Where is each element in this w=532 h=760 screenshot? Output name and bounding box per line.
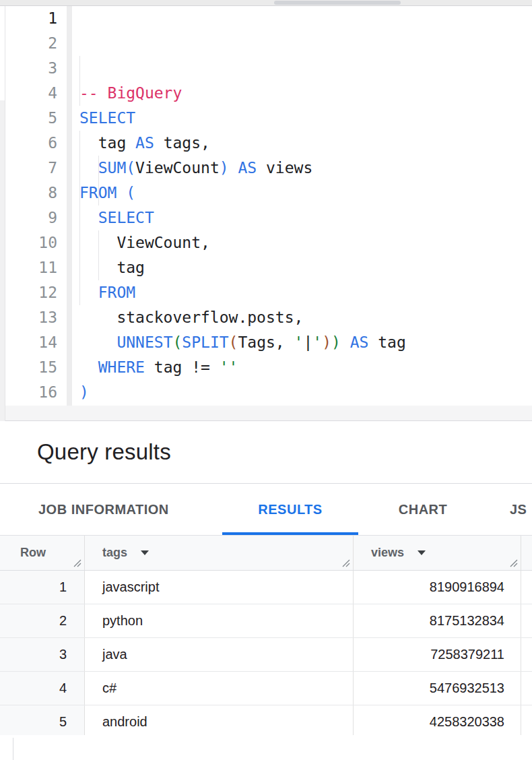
code-line[interactable]: 13 ) [0, 305, 532, 330]
line-number: 8 [0, 181, 57, 205]
tab-json-label: JS [510, 502, 527, 517]
code-line[interactable]: 10 stackoverflow.posts, [0, 230, 532, 255]
table-header-row: Row tags views [0, 536, 532, 571]
line-number: 10 [0, 230, 57, 255]
code-line[interactable]: 8 tag [0, 181, 532, 205]
views-cell: 7258379211 [354, 638, 521, 671]
tags-column-label: tags [102, 546, 127, 560]
pane-divider[interactable] [0, 406, 532, 421]
line-number: 13 [0, 305, 57, 330]
column-header-views[interactable]: views [354, 536, 521, 570]
row-column-label: Row [20, 546, 46, 560]
row-number-cell: 1 [0, 571, 85, 604]
tab-results-label: RESULTS [258, 502, 322, 517]
column-resize-handle-icon[interactable] [72, 558, 82, 568]
line-number: 5 [0, 106, 57, 131]
line-number: 9 [0, 205, 57, 230]
code-line[interactable]: 3 tag AS tags, [0, 56, 532, 81]
line-number: 4 [0, 81, 57, 106]
row-number-cell: 2 [0, 604, 85, 637]
line-number: 14 [0, 330, 57, 355]
extra-cell [521, 604, 532, 637]
line-number: 2 [0, 31, 57, 56]
extra-cell [521, 571, 532, 604]
views-cell: 5476932513 [354, 672, 521, 705]
active-tab-underline [222, 532, 358, 535]
editor-left-edge-strip [0, 6, 5, 421]
table-row: 2 python 8175132834 [0, 604, 532, 638]
code-line[interactable]: 5 FROM ( [0, 106, 532, 131]
code-line[interactable]: 12 WHERE tag != '' [0, 280, 532, 305]
code-line[interactable]: 9 FROM [0, 205, 532, 230]
table-row: 5 android 4258320338 [0, 705, 532, 739]
code-line[interactable]: 16 LIMIT 5 [0, 380, 532, 405]
code-line[interactable]: 1 -- BigQuery [0, 6, 532, 31]
row-number-cell: 4 [0, 672, 85, 705]
line-number: 11 [0, 255, 57, 280]
query-results-header: Query results [0, 421, 532, 484]
tab-chart[interactable]: CHART [379, 484, 467, 535]
tab-job-information-label: JOB INFORMATION [38, 502, 169, 517]
line-number: 1 [0, 6, 57, 31]
tab-json[interactable]: JS [510, 484, 532, 535]
table-row: 4 c# 5476932513 [0, 672, 532, 705]
column-header-tags[interactable]: tags [85, 536, 354, 570]
code-line[interactable]: 2 SELECT [0, 31, 532, 56]
code-line[interactable]: 7 ViewCount, [0, 156, 532, 181]
row-number-cell: 3 [0, 638, 85, 671]
scrollbar-thumb[interactable] [274, 1, 401, 5]
code-line[interactable]: 15 ORDER BY views DESC [0, 355, 532, 380]
tab-chart-label: CHART [399, 502, 448, 517]
line-number: 6 [0, 131, 57, 156]
sql-editor[interactable]: 1 -- BigQuery 2 SELECT 3 tag AS tags, 4 … [0, 6, 532, 406]
line-number: 3 [0, 56, 57, 81]
table-row: 3 java 7258379211 [0, 638, 532, 672]
editor-top-scrollbar-track [0, 0, 532, 6]
tags-dropdown-icon[interactable] [141, 550, 149, 555]
table-footer [0, 735, 532, 760]
row-number-cell: 5 [0, 705, 85, 738]
code-line[interactable]: 6 SELECT [0, 131, 532, 156]
views-dropdown-icon[interactable] [418, 550, 426, 555]
footer-left-divider [13, 738, 13, 760]
tab-job-information[interactable]: JOB INFORMATION [38, 484, 169, 535]
results-tab-bar: JOB INFORMATION RESULTS CHART JS [0, 484, 532, 536]
line-number: 15 [0, 355, 57, 380]
tags-cell: python [85, 604, 354, 637]
tags-cell: javascript [85, 571, 354, 604]
views-cell: 4258320338 [354, 705, 521, 738]
tags-cell: c# [85, 672, 354, 705]
column-resize-handle-icon[interactable] [508, 558, 519, 568]
extra-cell [521, 672, 532, 705]
code-line[interactable]: 4 SUM(ViewCount) AS views [0, 81, 532, 106]
tags-cell: android [85, 705, 354, 738]
views-cell: 8175132834 [354, 604, 521, 637]
code-line[interactable]: 14 GROUP BY tags [0, 330, 532, 355]
bigquery-query-screen: 1 -- BigQuery 2 SELECT 3 tag AS tags, 4 … [0, 0, 532, 760]
tags-cell: java [85, 638, 354, 671]
views-column-label: views [371, 546, 404, 560]
line-number: 12 [0, 280, 57, 305]
views-cell: 8190916894 [354, 571, 521, 604]
extra-cell [521, 638, 532, 671]
line-number: 7 [0, 156, 57, 181]
column-header-extra [521, 536, 532, 570]
table-body: 1 javascript 8190916894 2 python 8175132… [0, 571, 532, 739]
column-resize-handle-icon[interactable] [341, 558, 351, 568]
column-header-row: Row [0, 536, 85, 570]
extra-cell [521, 705, 532, 738]
line-number: 16 [0, 380, 57, 405]
table-row: 1 javascript 8190916894 [0, 571, 532, 604]
tab-results[interactable]: RESULTS [222, 484, 358, 535]
query-results-title: Query results [37, 439, 171, 465]
results-table: Row tags views 1 [0, 536, 532, 739]
code-lines: 1 -- BigQuery 2 SELECT 3 tag AS tags, 4 … [0, 6, 532, 405]
code-line[interactable]: 11 UNNEST(SPLIT(Tags, '|')) AS tag [0, 255, 532, 280]
